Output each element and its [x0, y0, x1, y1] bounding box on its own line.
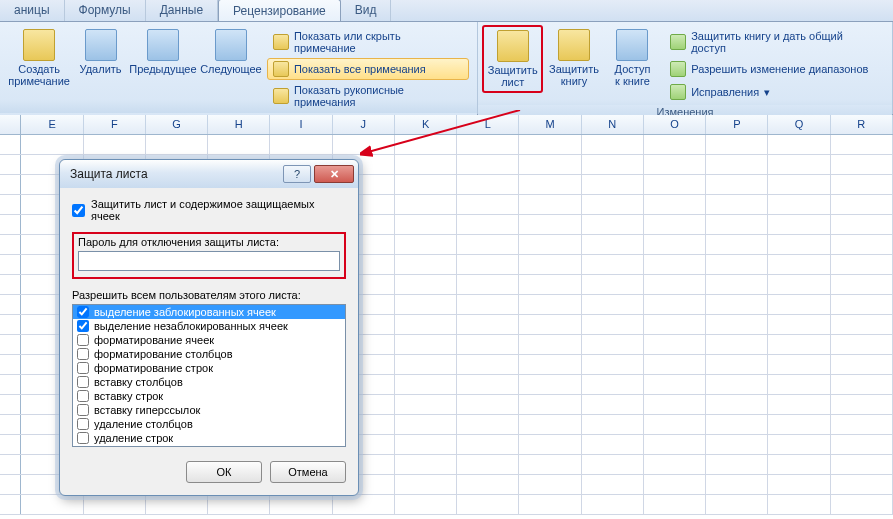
col-header[interactable]: I	[270, 115, 332, 134]
ribbon: Создатьпримечание Удалить Предыдущее Сле…	[0, 22, 893, 115]
list-item[interactable]: вставку строк	[73, 389, 345, 403]
perm-checkbox[interactable]	[77, 320, 89, 332]
dialog-title: Защита листа	[70, 167, 280, 181]
password-section: Пароль для отключения защиты листа:	[72, 232, 346, 279]
perm-checkbox[interactable]	[77, 432, 89, 444]
track-changes-button[interactable]: Исправления ▾	[664, 81, 884, 103]
list-item[interactable]: выделение заблокированных ячеек	[73, 305, 345, 319]
protect-sheet-dialog: Защита листа ? ✕ Защитить лист и содержи…	[59, 159, 359, 496]
list-item[interactable]: удаление столбцов	[73, 417, 345, 431]
help-button[interactable]: ?	[283, 165, 311, 183]
new-comment-button[interactable]: Создатьпримечание	[4, 25, 74, 91]
tab-view[interactable]: Вид	[341, 0, 392, 21]
list-item[interactable]: вставку столбцов	[73, 375, 345, 389]
help-icon: ?	[294, 168, 300, 180]
col-header[interactable]: L	[457, 115, 519, 134]
show-ink-button[interactable]: Показать рукописные примечания	[267, 81, 469, 111]
list-item[interactable]: форматирование строк	[73, 361, 345, 375]
perm-checkbox[interactable]	[77, 362, 89, 374]
next-comment-button[interactable]: Следующее	[199, 25, 263, 79]
close-button[interactable]: ✕	[314, 165, 354, 183]
list-item[interactable]: форматирование ячеек	[73, 333, 345, 347]
tab-page[interactable]: аницы	[0, 0, 65, 21]
protect-contents-checkbox[interactable]	[72, 204, 85, 217]
col-header[interactable]: N	[582, 115, 644, 134]
perm-checkbox[interactable]	[77, 306, 89, 318]
perm-checkbox[interactable]	[77, 348, 89, 360]
ribbon-tabs: аницы Формулы Данные Рецензирование Вид	[0, 0, 893, 22]
close-icon: ✕	[330, 168, 339, 181]
ok-button[interactable]: ОК	[186, 461, 262, 483]
protect-workbook-button[interactable]: Защититькнигу	[543, 25, 604, 91]
list-item[interactable]: выделение незаблокированных ячеек	[73, 319, 345, 333]
col-header[interactable]: E	[21, 115, 83, 134]
col-header[interactable]: R	[831, 115, 893, 134]
col-header[interactable]: H	[208, 115, 270, 134]
col-header[interactable]: Q	[768, 115, 830, 134]
col-header[interactable]: G	[146, 115, 208, 134]
protect-and-share-button[interactable]: Защитить книгу и дать общий доступ	[664, 27, 884, 57]
tab-formulas[interactable]: Формулы	[65, 0, 146, 21]
col-header[interactable]: M	[519, 115, 581, 134]
column-headers: E F G H I J K L M N O P Q R	[0, 115, 893, 135]
permissions-listbox[interactable]: выделение заблокированных ячеек выделени…	[72, 304, 346, 447]
allow-edit-ranges-button[interactable]: Разрешить изменение диапазонов	[664, 58, 884, 80]
col-header[interactable]: F	[84, 115, 146, 134]
col-header[interactable]: P	[706, 115, 768, 134]
list-item[interactable]: вставку гиперссылок	[73, 403, 345, 417]
tab-review[interactable]: Рецензирование	[218, 0, 341, 21]
perm-checkbox[interactable]	[77, 376, 89, 388]
password-label: Пароль для отключения защиты листа:	[78, 236, 340, 248]
chevron-down-icon: ▾	[764, 86, 770, 99]
col-header[interactable]: K	[395, 115, 457, 134]
list-item[interactable]: форматирование столбцов	[73, 347, 345, 361]
prev-comment-button[interactable]: Предыдущее	[127, 25, 199, 79]
show-all-comments-button[interactable]: Показать все примечания	[267, 58, 469, 80]
protect-sheet-button[interactable]: Защититьлист	[482, 25, 543, 93]
perm-checkbox[interactable]	[77, 334, 89, 346]
permissions-label: Разрешить всем пользователям этого листа…	[72, 289, 346, 301]
delete-comment-button[interactable]: Удалить	[74, 25, 127, 79]
share-workbook-button[interactable]: Доступк книге	[605, 25, 660, 91]
col-header[interactable]: O	[644, 115, 706, 134]
dialog-titlebar[interactable]: Защита листа ? ✕	[60, 160, 358, 188]
password-input[interactable]	[78, 251, 340, 271]
perm-checkbox[interactable]	[77, 418, 89, 430]
cancel-button[interactable]: Отмена	[270, 461, 346, 483]
col-header[interactable]: J	[333, 115, 395, 134]
list-item[interactable]: удаление строк	[73, 431, 345, 445]
perm-checkbox[interactable]	[77, 390, 89, 402]
tab-data[interactable]: Данные	[146, 0, 218, 21]
show-hide-comment-button[interactable]: Показать или скрыть примечание	[267, 27, 469, 57]
protect-contents-label: Защитить лист и содержимое защищаемых яч…	[91, 198, 346, 222]
perm-checkbox[interactable]	[77, 404, 89, 416]
